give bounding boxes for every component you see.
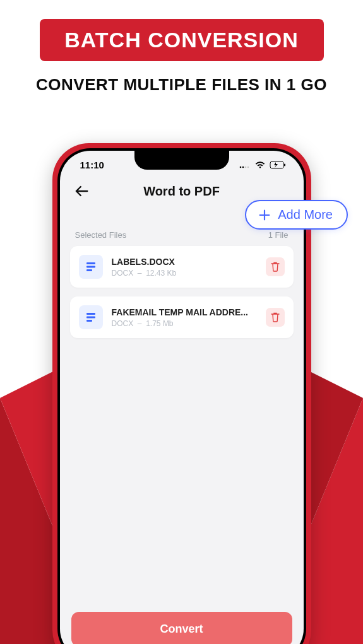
plus-icon [258, 208, 271, 222]
battery-icon [270, 161, 286, 169]
add-more-label: Add More [278, 208, 333, 222]
list-item[interactable]: LABELS.DOCX DOCX – 12.43 Kb [70, 246, 294, 288]
wifi-icon [254, 161, 266, 169]
file-list: LABELS.DOCX DOCX – 12.43 Kb [60, 246, 304, 612]
svg-rect-10 [86, 262, 95, 264]
section-label: Selected Files [75, 230, 127, 240]
marketing-banner: BATCH CONVERSION [40, 19, 324, 61]
file-name: LABELS.DOCX [112, 257, 257, 267]
svg-point-6 [244, 167, 246, 168]
svg-rect-11 [86, 266, 95, 268]
notch [134, 151, 229, 170]
status-time: 11:10 [80, 160, 104, 170]
svg-point-7 [247, 167, 249, 168]
add-more-button[interactable]: Add More [245, 200, 348, 230]
marketing-subtitle: CONVERT MULTIPLE FILES IN 1 GO [0, 75, 363, 95]
svg-rect-12 [86, 269, 92, 271]
file-meta: DOCX – 1.75 Mb [112, 319, 257, 328]
document-icon [79, 255, 103, 279]
trash-icon [271, 312, 280, 322]
back-icon[interactable] [73, 182, 90, 200]
page-title: Word to PDF [143, 184, 220, 199]
file-meta: DOCX – 12.43 Kb [112, 269, 257, 278]
delete-button[interactable] [266, 308, 285, 327]
document-icon [79, 305, 103, 329]
svg-rect-9 [284, 163, 285, 166]
svg-rect-15 [86, 320, 92, 322]
file-name: FAKEMAIL TEMP MAIL ADDRE... [112, 307, 257, 317]
trash-icon [271, 262, 280, 272]
svg-rect-14 [86, 317, 95, 319]
svg-rect-13 [86, 313, 95, 315]
list-item[interactable]: FAKEMAIL TEMP MAIL ADDRE... DOCX – 1.75 … [70, 296, 294, 338]
section-count: 1 File [268, 230, 289, 240]
svg-point-5 [242, 167, 244, 168]
cellular-icon [239, 161, 251, 168]
delete-button[interactable] [266, 257, 285, 276]
convert-button[interactable]: Convert [71, 612, 292, 644]
svg-point-4 [239, 167, 241, 168]
